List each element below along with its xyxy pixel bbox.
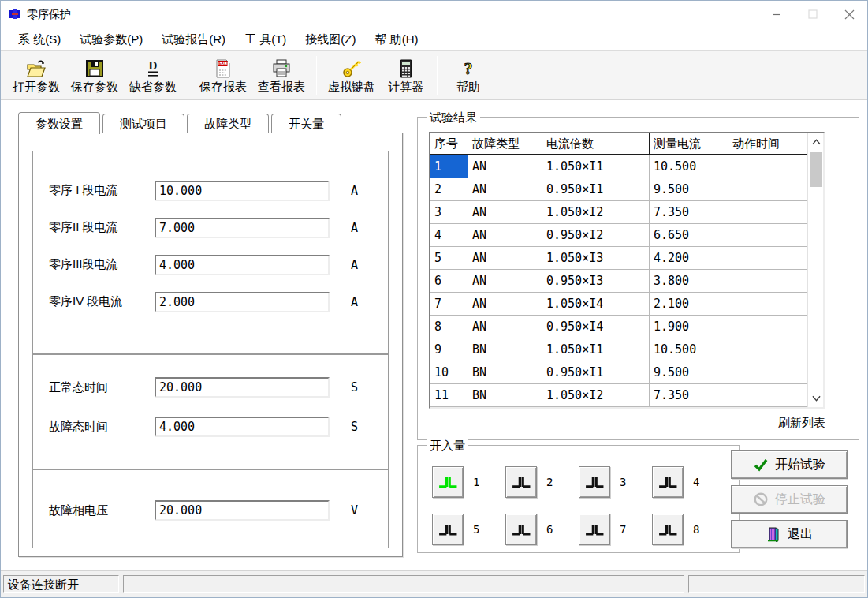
close-button[interactable] xyxy=(831,1,867,28)
param-input[interactable] xyxy=(155,377,330,398)
tab-1[interactable]: 测试项目 xyxy=(102,114,184,133)
table-row[interactable]: 1AN1.050×I110.500 xyxy=(430,155,807,178)
tab-0[interactable]: 参数设置 xyxy=(18,112,100,134)
table-cell[interactable]: 2 xyxy=(430,178,468,201)
table-cell[interactable]: 9.500 xyxy=(650,178,728,201)
switch-button-5[interactable] xyxy=(432,514,464,545)
menu-item-2[interactable]: 试验报告(R) xyxy=(152,28,235,50)
table-cell[interactable]: AN xyxy=(468,316,542,338)
table-cell[interactable]: 1 xyxy=(430,155,468,178)
table-row[interactable]: 9BN1.050×I110.500 xyxy=(430,338,807,361)
toolbar-button-calculator[interactable]: 计算器 xyxy=(381,56,431,95)
table-cell[interactable]: 0.950×I2 xyxy=(542,224,650,247)
toolbar-button-open-params[interactable]: 打开参数 xyxy=(7,56,65,95)
table-cell[interactable]: 1.050×I2 xyxy=(542,384,650,407)
table-cell[interactable]: 2.100 xyxy=(650,293,728,316)
param-input[interactable] xyxy=(155,255,330,275)
table-row[interactable]: 5AN1.050×I34.200 xyxy=(430,247,807,270)
table-cell[interactable]: 1.050×I4 xyxy=(542,293,650,316)
scrollbar-down-button[interactable] xyxy=(808,390,824,407)
grid-header-cell[interactable]: 动作时间 xyxy=(728,133,807,155)
table-cell[interactable]: 7.350 xyxy=(650,201,728,224)
table-cell[interactable]: AN xyxy=(468,201,542,224)
table-cell[interactable]: 9.500 xyxy=(650,361,728,384)
menu-item-0[interactable]: 系 统(S) xyxy=(9,28,70,50)
switch-button-6[interactable] xyxy=(505,514,537,545)
grid-header-cell[interactable]: 电流倍数 xyxy=(542,133,650,155)
table-cell[interactable] xyxy=(728,270,807,293)
table-row[interactable]: 2AN0.950×I19.500 xyxy=(430,178,807,201)
menu-item-5[interactable]: 帮 助(H) xyxy=(365,28,427,50)
table-cell[interactable]: AN xyxy=(468,247,542,270)
table-cell[interactable] xyxy=(728,293,807,316)
results-scrollbar[interactable] xyxy=(807,133,823,407)
table-cell[interactable]: 10.500 xyxy=(650,338,728,361)
switch-button-1[interactable] xyxy=(432,466,464,498)
table-cell[interactable]: 10 xyxy=(430,361,468,384)
param-input[interactable] xyxy=(155,218,330,238)
table-cell[interactable]: 10.500 xyxy=(650,155,728,178)
table-cell[interactable]: 5 xyxy=(430,247,468,270)
table-cell[interactable]: AN xyxy=(468,224,542,247)
param-input[interactable] xyxy=(155,292,330,312)
table-cell[interactable] xyxy=(728,224,807,247)
table-cell[interactable]: 1.050×I3 xyxy=(542,247,650,270)
table-cell[interactable] xyxy=(728,361,807,384)
table-cell[interactable]: 11 xyxy=(430,384,468,407)
table-cell[interactable] xyxy=(728,316,807,338)
toolbar-button-save-params[interactable]: 保存参数 xyxy=(65,56,124,95)
minimize-button[interactable] xyxy=(758,1,795,28)
menu-item-3[interactable]: 工 具(T) xyxy=(235,28,296,50)
table-cell[interactable] xyxy=(728,384,807,407)
switch-button-8[interactable] xyxy=(652,514,684,545)
table-row[interactable]: 7AN1.050×I42.100 xyxy=(430,293,807,316)
table-cell[interactable]: 6.650 xyxy=(650,224,728,247)
switch-button-2[interactable] xyxy=(505,466,537,498)
toolbar-button-default-params[interactable]: D 缺省参数 xyxy=(124,56,182,95)
scrollbar-up-button[interactable] xyxy=(808,133,824,151)
refresh-list-button[interactable]: 刷新列表 xyxy=(778,416,825,431)
table-cell[interactable]: BN xyxy=(468,338,542,361)
table-cell[interactable]: 4 xyxy=(430,224,468,247)
table-cell[interactable] xyxy=(728,155,807,178)
table-cell[interactable]: 0.950×I3 xyxy=(542,270,650,293)
table-cell[interactable]: 3.800 xyxy=(650,270,728,293)
tab-2[interactable]: 故障类型 xyxy=(187,114,269,133)
param-input[interactable] xyxy=(155,417,330,437)
table-cell[interactable]: 9 xyxy=(430,338,468,361)
table-cell[interactable]: 0.950×I1 xyxy=(542,178,650,201)
table-row[interactable]: 8AN0.950×I41.900 xyxy=(430,316,807,338)
grid-header-cell[interactable]: 故障类型 xyxy=(468,133,542,155)
menu-item-1[interactable]: 试验参数(P) xyxy=(70,28,152,50)
start-test-button[interactable]: 开始试验 xyxy=(731,450,848,479)
table-cell[interactable]: 1.050×I1 xyxy=(542,155,650,178)
param-input[interactable] xyxy=(155,500,330,521)
menu-item-4[interactable]: 接线图(Z) xyxy=(296,28,365,50)
table-cell[interactable]: 7 xyxy=(430,293,468,316)
table-cell[interactable]: 0.950×I4 xyxy=(542,316,650,338)
table-cell[interactable]: AN xyxy=(468,178,542,201)
table-cell[interactable]: 0.950×I1 xyxy=(542,361,650,384)
table-cell[interactable]: BN xyxy=(468,384,542,407)
toolbar-button-view-report[interactable]: 查看报表 xyxy=(252,56,311,95)
param-input[interactable] xyxy=(155,181,330,201)
table-row[interactable]: 11BN1.050×I27.350 xyxy=(430,384,807,407)
table-cell[interactable]: BN xyxy=(468,361,542,384)
maximize-button[interactable] xyxy=(795,1,831,28)
switch-button-3[interactable] xyxy=(579,466,610,498)
table-cell[interactable]: 1.050×I2 xyxy=(542,201,650,224)
table-cell[interactable]: AN xyxy=(468,155,542,178)
table-row[interactable]: 4AN0.950×I26.650 xyxy=(430,224,807,247)
table-row[interactable]: 3AN1.050×I27.350 xyxy=(430,201,807,224)
table-cell[interactable] xyxy=(728,178,807,201)
table-cell[interactable] xyxy=(728,201,807,224)
stop-test-button[interactable]: 停止试验 xyxy=(731,485,848,514)
table-cell[interactable]: 1.050×I1 xyxy=(542,338,650,361)
table-cell[interactable]: 3 xyxy=(430,201,468,224)
table-cell[interactable] xyxy=(728,338,807,361)
table-cell[interactable]: 6 xyxy=(430,270,468,293)
switch-button-7[interactable] xyxy=(579,514,610,545)
exit-button[interactable]: 退出 xyxy=(731,520,848,548)
table-cell[interactable]: AN xyxy=(468,293,542,316)
table-cell[interactable]: 7.350 xyxy=(650,384,728,407)
